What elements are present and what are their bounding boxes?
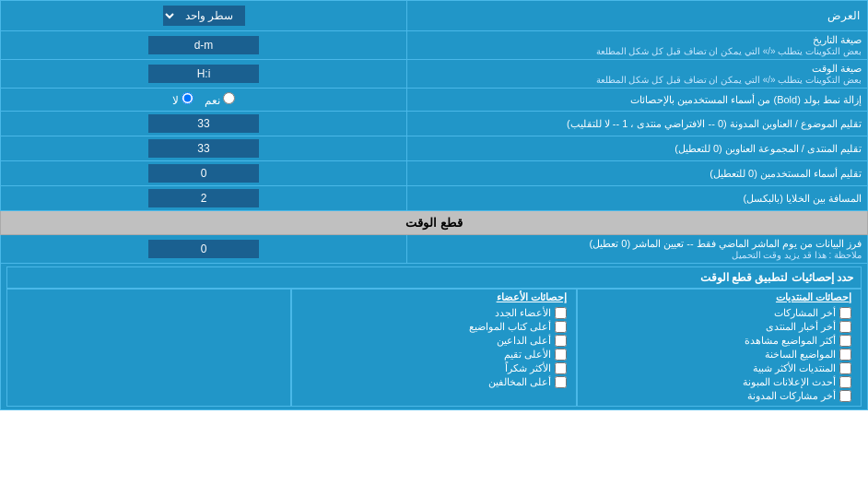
date-format-row: صيغة التاريخ بعض التكوينات يتطلب «/» الت… bbox=[1, 31, 868, 60]
time-format-row: صيغة الوقت بعض التكوينات يتطلب «/» التي … bbox=[1, 60, 868, 89]
checkbox-forum-news-label: أخر أخبار المنتدى bbox=[766, 321, 836, 333]
checkbox-most-similar: المنتديات الأكثر شبية bbox=[587, 362, 851, 374]
checkbox-top-rated-input[interactable] bbox=[555, 349, 567, 361]
time-format-label: صيغة الوقت بعض التكوينات يتطلب «/» التي … bbox=[407, 60, 868, 89]
forum-title-limit-label: تقليم المنتدى / المجموعة العناوين (0 للت… bbox=[407, 136, 868, 161]
checkbox-hot-topics-input[interactable] bbox=[839, 349, 851, 361]
limit-title: حدد إحصائيات لتطبيق قطع الوقت bbox=[6, 266, 862, 289]
cutoff-filter-title: فرز البيانات من يوم الماشر الماضي فقط --… bbox=[413, 238, 862, 250]
topic-title-limit-row: تقليم الموضوع / العناوين المدونة (0 -- ا… bbox=[1, 112, 868, 136]
checkbox-top-topic-writers-input[interactable] bbox=[555, 321, 567, 333]
time-format-input[interactable] bbox=[148, 65, 259, 83]
date-format-input[interactable] bbox=[148, 36, 259, 54]
cutoff-value-cell bbox=[1, 235, 407, 264]
member-stats-col: إحصائات الأعضاء الأعضاء الجدد أعلى كتاب … bbox=[291, 289, 576, 407]
cell-gap-label: المسافة بين الخلايا (بالبكسل) bbox=[407, 186, 868, 211]
date-format-sublabel: بعض التكوينات يتطلب «/» التي يمكن ان تضا… bbox=[413, 46, 862, 56]
checkbox-top-violators-label: أعلى المخالفين bbox=[488, 376, 551, 388]
limit-checkboxes-cell: حدد إحصائيات لتطبيق قطع الوقت إحصائات ال… bbox=[1, 264, 868, 410]
radio-no-label: لا bbox=[172, 94, 194, 107]
checkbox-top-rated: الأعلى تقيم bbox=[301, 349, 566, 361]
checkbox-most-thanked-input[interactable] bbox=[555, 362, 567, 374]
username-limit-input[interactable] bbox=[148, 164, 259, 183]
cutoff-filter-label: فرز البيانات من يوم الماشر الماضي فقط --… bbox=[407, 235, 868, 264]
extra-stats-col bbox=[6, 289, 291, 407]
time-format-title: صيغة الوقت bbox=[413, 63, 862, 75]
checkbox-most-thanked-label: الأكثر شكراً bbox=[505, 362, 551, 374]
topic-title-limit-input-cell bbox=[1, 112, 407, 136]
display-label: العرض bbox=[407, 1, 868, 31]
username-limit-row: تقليم أسماء المستخدمين (0 للتعطيل) bbox=[1, 161, 868, 186]
checkbox-most-viewed-label: أكثر المواضيع مشاهدة bbox=[745, 335, 836, 347]
checkbox-recent-announcements-label: أحدث الإعلانات المبونة bbox=[743, 376, 836, 388]
forum-stats-col-title: إحصائات المنتديات bbox=[587, 291, 851, 303]
cell-gap-input-cell bbox=[1, 186, 407, 211]
checkbox-forum-news: أخر أخبار المنتدى bbox=[587, 321, 851, 333]
checkbox-recent-announcements-input[interactable] bbox=[839, 376, 851, 388]
display-select-cell: سطر واحد سطرين ثلاثة أسطر bbox=[1, 1, 407, 31]
cutoff-section-title: قطع الوقت bbox=[1, 211, 868, 235]
username-limit-input-cell bbox=[1, 161, 407, 186]
bold-remove-row: إزالة نمط بولد (Bold) من أسماء المستخدمي… bbox=[1, 89, 868, 112]
checkbox-last-blog-posts-input[interactable] bbox=[839, 390, 851, 402]
date-format-input-cell bbox=[1, 31, 407, 60]
checkbox-top-rated-label: الأعلى تقيم bbox=[504, 349, 551, 361]
checkbox-last-posts: أخر المشاركات bbox=[587, 307, 851, 319]
checkbox-hot-topics-label: المواضيع الساخنة bbox=[765, 349, 836, 361]
date-format-title: صيغة التاريخ bbox=[413, 34, 862, 46]
checkbox-forum-news-input[interactable] bbox=[839, 321, 851, 333]
checkbox-new-members: الأعضاء الجدد bbox=[301, 307, 566, 319]
checkbox-most-similar-label: المنتديات الأكثر شبية bbox=[753, 362, 836, 374]
display-row: العرض سطر واحد سطرين ثلاثة أسطر bbox=[1, 1, 868, 31]
bold-remove-radio-yes[interactable] bbox=[223, 92, 235, 104]
bold-remove-label: إزالة نمط بولد (Bold) من أسماء المستخدمي… bbox=[407, 89, 868, 112]
checkbox-last-blog-posts-label: أخر مشاركات المدونة bbox=[747, 390, 836, 402]
cutoff-filter-row: فرز البيانات من يوم الماشر الماضي فقط --… bbox=[1, 235, 868, 264]
cell-gap-row: المسافة بين الخلايا (بالبكسل) bbox=[1, 186, 868, 211]
cell-gap-input[interactable] bbox=[148, 189, 259, 207]
forum-stats-col: إحصائات المنتديات أخر المشاركات أخر أخبا… bbox=[577, 289, 862, 407]
limit-label-row: حدد إحصائيات لتطبيق قطع الوقت bbox=[6, 266, 862, 289]
display-select[interactable]: سطر واحد سطرين ثلاثة أسطر bbox=[163, 6, 245, 26]
cutoff-note: ملاحظة : هذا قد يزيد وقت التحميل bbox=[413, 250, 862, 260]
checkbox-top-violators: أعلى المخالفين bbox=[301, 376, 566, 388]
checkbox-last-posts-label: أخر المشاركات bbox=[774, 307, 836, 319]
checkbox-most-thanked: الأكثر شكراً bbox=[301, 362, 566, 374]
checkbox-recent-announcements: أحدث الإعلانات المبونة bbox=[587, 376, 851, 388]
checkbox-top-inviters-input[interactable] bbox=[555, 335, 567, 347]
forum-title-limit-input[interactable] bbox=[148, 139, 259, 158]
checkbox-most-similar-input[interactable] bbox=[839, 362, 851, 374]
checkbox-most-viewed: أكثر المواضيع مشاهدة bbox=[587, 335, 851, 347]
checkbox-top-topic-writers-label: أعلى كتاب المواضيع bbox=[469, 321, 551, 333]
checkbox-top-inviters: أعلى الداعين bbox=[301, 335, 566, 347]
cutoff-value-input[interactable] bbox=[148, 240, 259, 258]
checkbox-top-inviters-label: أعلى الداعين bbox=[497, 335, 551, 347]
checkbox-new-members-input[interactable] bbox=[555, 307, 567, 319]
checkbox-hot-topics: المواضيع الساخنة bbox=[587, 349, 851, 361]
checkbox-last-posts-input[interactable] bbox=[839, 307, 851, 319]
limit-checkboxes-row: حدد إحصائيات لتطبيق قطع الوقت إحصائات ال… bbox=[1, 264, 868, 410]
checkbox-new-members-label: الأعضاء الجدد bbox=[495, 307, 551, 319]
checkbox-columns-row: إحصائات المنتديات أخر المشاركات أخر أخبا… bbox=[6, 289, 862, 407]
forum-title-limit-row: تقليم المنتدى / المجموعة العناوين (0 للت… bbox=[1, 136, 868, 161]
bold-remove-radio-cell: نعم لا bbox=[1, 89, 407, 112]
checkbox-most-viewed-input[interactable] bbox=[839, 335, 851, 347]
member-stats-col-title: إحصائات الأعضاء bbox=[301, 291, 566, 303]
forum-title-limit-input-cell bbox=[1, 136, 407, 161]
topic-title-limit-input[interactable] bbox=[148, 114, 259, 133]
checkbox-last-blog-posts: أخر مشاركات المدونة bbox=[587, 390, 851, 402]
time-format-input-cell bbox=[1, 60, 407, 89]
username-limit-label: تقليم أسماء المستخدمين (0 للتعطيل) bbox=[407, 161, 868, 186]
topic-title-limit-label: تقليم الموضوع / العناوين المدونة (0 -- ا… bbox=[407, 112, 868, 136]
checkbox-top-violators-input[interactable] bbox=[555, 376, 567, 388]
checkbox-top-topic-writers: أعلى كتاب المواضيع bbox=[301, 321, 566, 333]
time-format-sublabel: بعض التكوينات يتطلب «/» التي يمكن ان تضا… bbox=[413, 75, 862, 85]
cutoff-section-header-row: قطع الوقت bbox=[1, 211, 868, 235]
bold-remove-radio-no[interactable] bbox=[182, 92, 194, 104]
date-format-label: صيغة التاريخ بعض التكوينات يتطلب «/» الت… bbox=[407, 31, 868, 60]
radio-yes-label: نعم bbox=[201, 94, 235, 107]
